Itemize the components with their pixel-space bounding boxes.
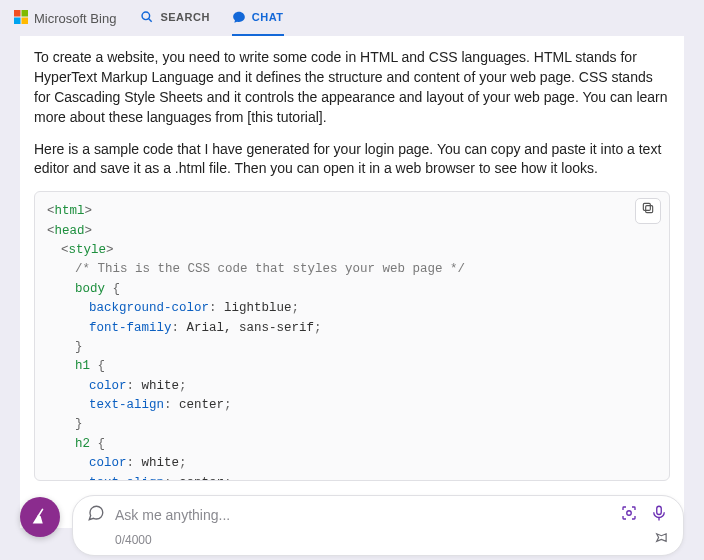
tab-search-label: SEARCH <box>160 11 209 23</box>
ask-input[interactable] <box>115 507 609 523</box>
code-line: color: white; <box>47 454 657 473</box>
code-line: background-color: lightblue; <box>47 299 657 318</box>
tabs: SEARCH CHAT <box>140 0 283 36</box>
svg-rect-2 <box>14 17 21 24</box>
new-topic-button[interactable] <box>20 497 60 537</box>
copy-code-button[interactable] <box>635 198 661 224</box>
top-bar: Microsoft Bing SEARCH CHAT <box>0 0 704 36</box>
input-bar: 0/4000 <box>20 495 684 556</box>
ask-box: 0/4000 <box>72 495 684 556</box>
code-line: text-align: center; <box>47 474 657 482</box>
broom-icon <box>30 506 50 529</box>
code-line: <style> <box>47 241 657 260</box>
code-line: h2 { <box>47 435 657 454</box>
microphone-icon <box>650 504 668 525</box>
assistant-message: To create a website, you need to write s… <box>20 36 684 528</box>
microsoft-logo-icon <box>14 10 28 27</box>
visual-search-button[interactable] <box>619 505 639 525</box>
svg-point-9 <box>627 511 632 516</box>
brand-name: Microsoft Bing <box>34 11 116 26</box>
char-counter: 0/4000 <box>115 533 152 547</box>
message-paragraph-1: To create a website, you need to write s… <box>34 48 670 128</box>
code-line: <head> <box>47 222 657 241</box>
chat-icon <box>232 10 246 24</box>
tab-chat[interactable]: CHAT <box>232 0 284 36</box>
svg-rect-3 <box>22 17 29 24</box>
tab-chat-label: CHAT <box>252 11 284 23</box>
chat-surface: To create a website, you need to write s… <box>20 36 684 528</box>
svg-rect-10 <box>657 506 662 514</box>
svg-rect-7 <box>643 203 650 210</box>
svg-point-4 <box>142 12 150 20</box>
search-icon <box>140 10 154 24</box>
svg-rect-1 <box>22 10 29 17</box>
message-paragraph-2: Here is a sample code that I have genera… <box>34 140 670 180</box>
brand: Microsoft Bing <box>14 10 116 27</box>
code-block: <html> <head> <style> /* This is the CSS… <box>34 191 670 481</box>
svg-line-5 <box>149 19 152 22</box>
chat-input-icon <box>87 504 105 525</box>
scan-icon <box>620 504 638 525</box>
code-line: font-family: Arial, sans-serif; <box>47 319 657 338</box>
code-line: } <box>47 338 657 357</box>
code-line: <html> <box>47 202 657 221</box>
svg-rect-0 <box>14 10 21 17</box>
code-line: h1 { <box>47 357 657 376</box>
code-line: } <box>47 415 657 434</box>
pin-icon <box>652 531 668 550</box>
svg-rect-6 <box>646 205 653 212</box>
code-line: body { <box>47 280 657 299</box>
code-line: text-align: center; <box>47 396 657 415</box>
copy-icon <box>641 201 655 222</box>
pin-button[interactable] <box>651 531 669 549</box>
svg-line-8 <box>38 509 42 516</box>
code-line: color: white; <box>47 377 657 396</box>
microphone-button[interactable] <box>649 505 669 525</box>
tab-search[interactable]: SEARCH <box>140 0 209 36</box>
code-line: /* This is the CSS code that styles your… <box>47 260 657 279</box>
